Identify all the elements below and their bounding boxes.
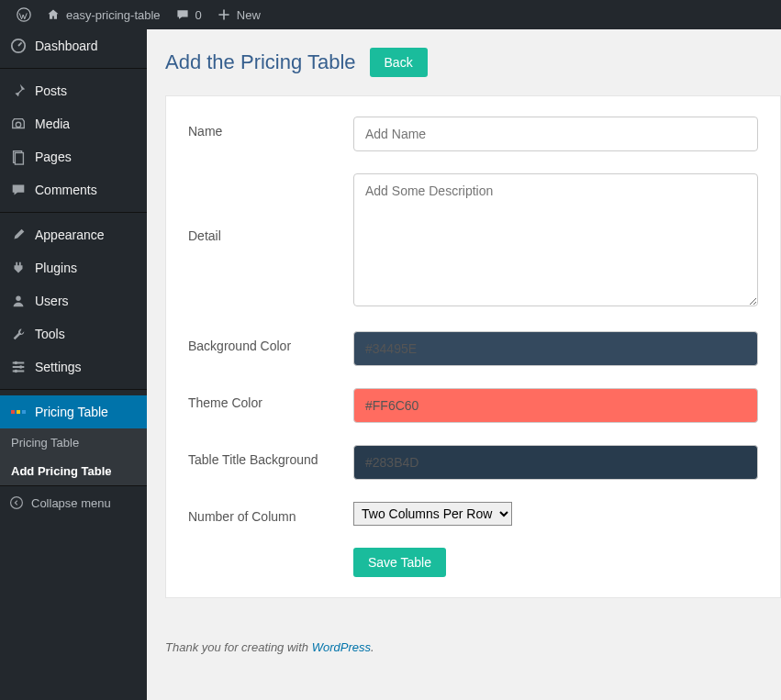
sidebar-label: Pages — [35, 150, 72, 164]
back-button[interactable]: Back — [370, 48, 428, 77]
sidebar-item-users[interactable]: Users — [0, 284, 147, 317]
svg-point-9 — [11, 497, 23, 509]
svg-point-6 — [15, 361, 18, 365]
page-header: Add the Pricing Table Back — [165, 48, 781, 77]
submenu-item-add-pricing-table[interactable]: Add Pricing Table — [0, 457, 147, 485]
row-detail: Detail — [188, 173, 758, 309]
sidebar-item-tools[interactable]: Tools — [0, 317, 147, 350]
sidebar-label: Users — [35, 294, 69, 308]
row-theme-color: Theme Color — [188, 388, 758, 423]
sidebar-label: Tools — [35, 327, 65, 341]
comments-count: 0 — [195, 8, 202, 22]
menu-separator — [0, 212, 147, 213]
svg-point-5 — [16, 296, 20, 301]
media-icon — [9, 115, 28, 133]
admin-sidebar: Dashboard Posts Media Pages Comments — [0, 29, 147, 700]
sidebar-item-comments[interactable]: Comments — [0, 173, 147, 206]
sidebar-label: Posts — [35, 83, 67, 98]
name-label: Name — [188, 117, 353, 139]
sidebar-submenu: Pricing Table Add Pricing Table — [0, 428, 147, 485]
page-title: Add the Pricing Table — [165, 50, 356, 74]
sidebar-item-appearance[interactable]: Appearance — [0, 218, 147, 251]
title-bg-input[interactable] — [353, 445, 758, 480]
sidebar-item-pricing-table[interactable]: Pricing Table — [0, 395, 147, 428]
comment-icon — [175, 7, 190, 22]
sidebar-label: Comments — [35, 183, 97, 197]
collapse-menu-button[interactable]: Collapse menu — [0, 485, 147, 519]
sidebar-item-plugins[interactable]: Plugins — [0, 251, 147, 284]
svg-point-2 — [16, 122, 20, 127]
page-footer: Thank you for creating with WordPress. — [165, 640, 781, 654]
bg-color-label: Background Color — [188, 331, 353, 353]
row-bg-color: Background Color — [188, 331, 758, 366]
svg-point-7 — [19, 365, 23, 369]
row-num-columns: Number of Column Two Columns Per Row — [188, 502, 758, 526]
site-name: easy-pricing-table — [66, 8, 161, 22]
sidebar-item-pages[interactable]: Pages — [0, 140, 147, 173]
bg-color-input[interactable] — [353, 331, 758, 366]
wordpress-link[interactable]: WordPress — [312, 640, 371, 654]
sidebar-item-posts[interactable]: Posts — [0, 74, 147, 107]
main-content: Add the Pricing Table Back Name Detail B… — [147, 29, 781, 700]
new-label: New — [237, 8, 261, 22]
sidebar-label: Settings — [35, 360, 82, 374]
sidebar-item-media[interactable]: Media — [0, 107, 147, 140]
num-col-label: Number of Column — [188, 502, 353, 524]
collapse-icon — [9, 495, 24, 510]
sidebar-label: Pricing Table — [35, 405, 108, 419]
submenu-item-pricing-table[interactable]: Pricing Table — [0, 428, 147, 457]
theme-color-label: Theme Color — [188, 388, 353, 410]
pages-icon — [9, 148, 28, 166]
sidebar-label: Media — [35, 117, 70, 131]
menu-separator — [0, 68, 147, 69]
detail-label: Detail — [188, 173, 353, 243]
row-title-bg: Table Title Background — [188, 445, 758, 480]
svg-point-8 — [15, 370, 18, 373]
plus-icon — [217, 7, 231, 22]
footer-suffix: . — [371, 640, 374, 654]
site-home-link[interactable]: easy-pricing-table — [39, 0, 168, 29]
form-panel: Name Detail Background Color Theme Color — [165, 95, 781, 598]
comments-link[interactable]: 0 — [168, 0, 209, 29]
theme-color-input[interactable] — [353, 388, 758, 423]
svg-rect-4 — [15, 153, 23, 165]
wrench-icon — [9, 325, 28, 343]
row-name: Name — [188, 117, 758, 151]
wp-logo[interactable] — [9, 0, 39, 29]
detail-textarea[interactable] — [353, 173, 758, 306]
sidebar-label: Dashboard — [35, 39, 98, 53]
user-icon — [9, 292, 28, 310]
sidebar-label: Plugins — [35, 261, 77, 275]
sliders-icon — [9, 358, 28, 376]
wordpress-icon — [17, 7, 31, 22]
comment-icon — [9, 181, 28, 199]
svg-point-0 — [17, 8, 30, 21]
name-input[interactable] — [353, 117, 758, 151]
menu-separator — [0, 389, 147, 390]
new-content-link[interactable]: New — [209, 0, 268, 29]
row-save: Save Table — [188, 548, 758, 577]
title-bg-label: Table Title Background — [188, 445, 353, 467]
brush-icon — [9, 226, 28, 244]
pin-icon — [9, 82, 28, 100]
collapse-label: Collapse menu — [31, 496, 111, 510]
save-table-button[interactable]: Save Table — [353, 548, 446, 577]
num-col-select[interactable]: Two Columns Per Row — [353, 502, 512, 526]
sidebar-label: Appearance — [35, 228, 105, 242]
footer-prefix: Thank you for creating with — [165, 640, 312, 654]
home-icon — [46, 7, 61, 22]
dashboard-icon — [9, 37, 28, 55]
plugin-icon — [9, 259, 28, 277]
sidebar-item-settings[interactable]: Settings — [0, 350, 147, 383]
sidebar-item-dashboard[interactable]: Dashboard — [0, 29, 147, 62]
pricing-table-icon — [9, 403, 28, 421]
admin-toolbar: easy-pricing-table 0 New — [0, 0, 781, 29]
